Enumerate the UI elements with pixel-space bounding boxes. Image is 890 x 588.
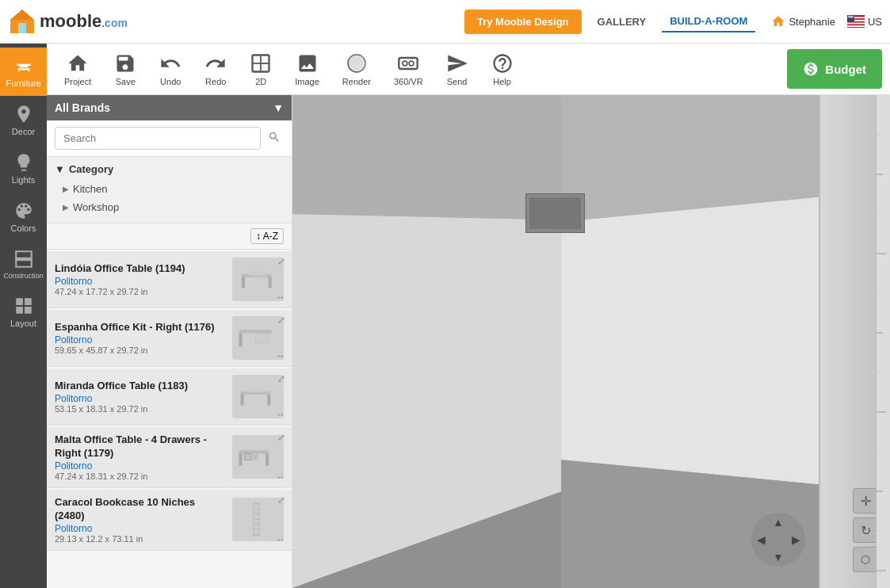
product-item-1[interactable]: Lindóia Office Table (1194) Politorno 47… bbox=[47, 251, 292, 308]
layout-icon bbox=[13, 296, 34, 316]
category-item-kitchen[interactable]: ▶ Kitchen bbox=[55, 180, 284, 198]
nav-down-button[interactable]: ▼ bbox=[770, 548, 787, 566]
kitchen-arrow-icon: ▶ bbox=[63, 185, 69, 193]
main-layout: All Brands Politorno Ashley IKEA ▼ ▼ Cat… bbox=[0, 95, 890, 588]
toolbar-undo-label: Undo bbox=[160, 77, 181, 86]
nav-left-button[interactable]: ◀ bbox=[752, 531, 770, 548]
toolbar-2d[interactable]: 2D bbox=[240, 48, 281, 90]
construction-icon bbox=[13, 249, 34, 269]
gallery-link[interactable]: GALLERY bbox=[590, 12, 655, 32]
workshop-arrow-icon: ▶ bbox=[63, 203, 69, 212]
nav-right-button[interactable]: ▶ bbox=[787, 531, 804, 548]
toolbar-image[interactable]: Image bbox=[285, 48, 329, 90]
toolbar-project[interactable]: Project bbox=[55, 48, 101, 90]
product-move-icon-1: ↔ bbox=[276, 292, 285, 303]
bottom-toolbar: ✛ ↻ ⬡ bbox=[853, 488, 878, 572]
logo-house-icon bbox=[8, 7, 36, 36]
username: Stephanie bbox=[789, 16, 835, 28]
help-icon bbox=[491, 52, 514, 74]
search-input[interactable] bbox=[55, 127, 261, 150]
product-item-2[interactable]: Espanha Office Kit - Right (1176) Polito… bbox=[47, 310, 292, 367]
product-dims-5: 29.13 x 12.2 x 73.11 in bbox=[55, 534, 224, 544]
product-name-5: Caracol Bookcase 10 Niches (2480) bbox=[55, 496, 224, 523]
toolbar-help-label: Help bbox=[493, 77, 511, 86]
product-item-4[interactable]: Malta Office Table - 4 Drawers - Right (… bbox=[47, 427, 292, 488]
home-icon bbox=[771, 14, 785, 29]
brand-dropdown-arrow: ▼ bbox=[273, 101, 284, 114]
svg-point-24 bbox=[403, 61, 407, 66]
toolbar-image-label: Image bbox=[295, 77, 319, 86]
svg-rect-3 bbox=[18, 23, 26, 33]
2d-icon bbox=[250, 52, 272, 74]
svg-rect-49 bbox=[254, 525, 260, 529]
budget-label: Budget bbox=[825, 63, 866, 76]
toolbar-project-label: Project bbox=[64, 77, 91, 86]
save-icon bbox=[114, 52, 136, 74]
budget-button[interactable]: Budget bbox=[787, 49, 882, 89]
category-section: ▼ Category ▶ Kitchen ▶ Workshop bbox=[47, 157, 292, 223]
toolbar-redo-label: Redo bbox=[205, 77, 226, 86]
move-tool-button[interactable]: ✛ bbox=[853, 488, 878, 514]
nav-up-button[interactable]: ▲ bbox=[770, 514, 787, 531]
product-item-5[interactable]: Caracol Bookcase 10 Niches (2480) Polito… bbox=[47, 490, 292, 551]
toolbar-help[interactable]: Help bbox=[482, 48, 523, 90]
product-name-1: Lindóia Office Table (1194) bbox=[55, 262, 224, 276]
sidebar-item-furniture[interactable]: Furniture bbox=[0, 48, 47, 96]
sidebar-item-colors[interactable]: Colors bbox=[0, 193, 47, 241]
brand-dropdown[interactable]: All Brands Politorno Ashley IKEA bbox=[55, 101, 273, 114]
product-move-icon-2: ↔ bbox=[276, 350, 285, 361]
product-info-2: Espanha Office Kit - Right (1176) Polito… bbox=[55, 321, 224, 355]
search-button[interactable] bbox=[265, 128, 284, 150]
svg-point-12 bbox=[850, 16, 851, 17]
user-menu[interactable]: Stephanie bbox=[771, 14, 835, 29]
product-info-3: Miranda Office Table (1183) Politorno 53… bbox=[55, 380, 224, 414]
brand-selector: All Brands Politorno Ashley IKEA ▼ bbox=[47, 95, 292, 120]
svg-rect-23 bbox=[399, 58, 418, 69]
product-move-icon-4: ↔ bbox=[276, 472, 285, 483]
product-dims-1: 47.24 x 17.72 x 29.72 in bbox=[55, 287, 224, 296]
svg-rect-38 bbox=[239, 451, 269, 454]
product-brand-2: Politorno bbox=[55, 334, 224, 346]
svg-rect-46 bbox=[254, 510, 260, 514]
furniture-icon bbox=[13, 55, 34, 76]
sidebar-item-decor[interactable]: Decor bbox=[0, 96, 47, 144]
svg-rect-35 bbox=[241, 395, 244, 406]
svg-point-16 bbox=[850, 17, 850, 17]
toolbar-save[interactable]: Save bbox=[105, 48, 146, 90]
svg-rect-29 bbox=[250, 271, 266, 276]
toolbar-undo[interactable]: Undo bbox=[150, 48, 191, 90]
svg-rect-50 bbox=[254, 530, 260, 534]
toolbar-360vr-label: 360/VR bbox=[394, 77, 423, 86]
build-a-room-link[interactable]: BUILD-A-ROOM bbox=[662, 11, 755, 32]
product-action-icon-5: ⤢ bbox=[277, 494, 285, 506]
product-name-4: Malta Office Table - 4 Drawers - Right (… bbox=[55, 433, 224, 460]
cube-view-button[interactable]: ⬡ bbox=[853, 547, 878, 572]
product-action-icon-4: ⤢ bbox=[277, 432, 285, 443]
toolbar: Project Save Undo Redo 2D Image Render bbox=[47, 44, 890, 95]
sort-button[interactable]: ↕ A-Z bbox=[250, 228, 284, 244]
toolbar-send[interactable]: Send bbox=[437, 48, 478, 90]
rotate-tool-button[interactable]: ↻ bbox=[853, 517, 878, 543]
product-item-3[interactable]: Miranda Office Table (1183) Politorno 53… bbox=[47, 368, 292, 426]
sidebar-item-layout[interactable]: Layout bbox=[0, 288, 47, 336]
toolbar-render[interactable]: Render bbox=[333, 48, 380, 90]
nav-center: Try Mooble Design GALLERY BUILD-A-ROOM bbox=[464, 10, 755, 34]
colors-label: Colors bbox=[11, 223, 36, 233]
category-item-workshop[interactable]: ▶ Workshop bbox=[55, 198, 284, 216]
toolbar-360vr[interactable]: 360/VR bbox=[384, 48, 433, 90]
nav-widget: ▲ ◀ ▶ ▼ bbox=[750, 511, 807, 568]
region-selector[interactable]: US bbox=[847, 15, 882, 28]
try-mooble-button[interactable]: Try Mooble Design bbox=[464, 10, 582, 34]
svg-rect-8 bbox=[847, 25, 865, 27]
send-icon bbox=[446, 52, 468, 74]
image-icon bbox=[296, 52, 319, 74]
svg-rect-36 bbox=[267, 395, 270, 406]
product-list: Lindóia Office Table (1194) Politorno 47… bbox=[47, 250, 292, 588]
toolbar-redo[interactable]: Redo bbox=[195, 48, 236, 90]
svg-point-14 bbox=[853, 16, 854, 17]
category-title: Category bbox=[69, 163, 113, 175]
svg-rect-30 bbox=[239, 330, 271, 333]
sidebar-item-lights[interactable]: Lights bbox=[0, 144, 47, 193]
svg-rect-48 bbox=[254, 520, 260, 524]
sidebar-item-construction[interactable]: Construction bbox=[0, 241, 47, 288]
